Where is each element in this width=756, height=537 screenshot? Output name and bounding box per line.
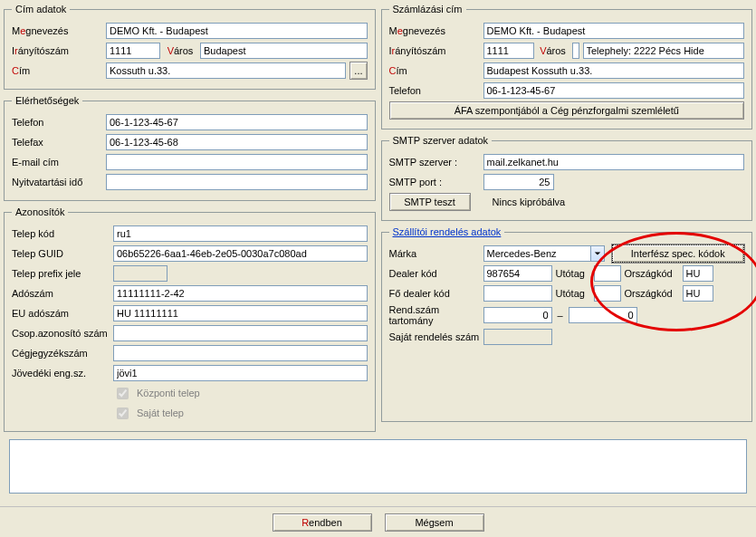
afa-button[interactable]: ÁFA szempontjából a Cég pénzforgalmi sze… <box>389 101 745 120</box>
dialog-footer: Rendben Mégsem <box>0 506 756 537</box>
orszagkod2-label: Országkód <box>625 288 679 299</box>
smtp-server-label: SMTP szerver : <box>389 157 480 168</box>
elerhetosegek-legend: Elérhetőségek <box>12 95 82 106</box>
kozponti-checkbox <box>117 388 129 399</box>
sz-cim-label: Cím <box>389 65 480 76</box>
notes-textarea[interactable] <box>9 439 747 494</box>
iranyitoszam-label: Irányítószám <box>12 45 102 56</box>
dealer-input[interactable] <box>483 265 552 282</box>
marka-select[interactable] <box>483 245 605 262</box>
varos-input[interactable] <box>200 43 368 59</box>
sz-telefon-input[interactable] <box>483 82 745 99</box>
smtp-legend: SMTP szerver adatok <box>389 135 493 146</box>
csop-input[interactable] <box>113 325 368 341</box>
dealer-label: Dealer kód <box>389 268 480 279</box>
telefon-input[interactable] <box>106 114 368 130</box>
smtp-group: SMTP szerver adatok SMTP szerver : SMTP … <box>381 135 753 221</box>
sajatrend-input[interactable] <box>483 329 552 345</box>
smtp-server-input[interactable] <box>483 154 745 170</box>
telefax-label: Telefax <box>12 137 102 148</box>
kozponti-checkbox-wrap: Központi telep <box>113 385 200 402</box>
jovedeki-input[interactable] <box>113 365 368 381</box>
app-window: Cím adatok Megnevezés Irányítószám Város… <box>0 0 756 537</box>
telepguid-label: Telep GUID <box>12 248 110 259</box>
smtp-port-input[interactable] <box>483 174 554 190</box>
szamlazasi-group: Számlázási cím Megnevezés Irányítószám V… <box>381 4 753 129</box>
cim-adatok-legend: Cím adatok <box>12 4 70 14</box>
cim-input[interactable] <box>106 62 346 79</box>
jovedeki-label: Jövedéki eng.sz. <box>12 368 110 379</box>
smtp-status-text: Nincs kipróbálva <box>493 197 566 207</box>
utotag1-label: Utótag <box>556 268 590 279</box>
iranyitoszam-input[interactable] <box>106 43 160 59</box>
marka-label: Márka <box>389 248 480 259</box>
marka-input[interactable] <box>483 245 590 262</box>
szamlazasi-legend: Számlázási cím <box>389 4 466 14</box>
sz-megnevezes-input[interactable] <box>483 23 745 39</box>
utotag2-input[interactable] <box>594 285 621 302</box>
rend-dash: – <box>556 310 565 321</box>
right-column: Számlázási cím Megnevezés Irányítószám V… <box>381 4 753 437</box>
azonositok-legend: Azonosítók <box>12 206 68 217</box>
sz-cim-input[interactable] <box>483 62 745 79</box>
cim-adatok-group: Cím adatok Megnevezés Irányítószám Város… <box>4 4 376 90</box>
telefax-input[interactable] <box>106 134 368 150</box>
orszagkod1-label: Országkód <box>625 268 679 279</box>
sajat-label: Saját telep <box>137 408 184 418</box>
csop-label: Csop.azonosító szám <box>12 328 110 339</box>
smtp-test-button[interactable]: SMTP teszt <box>389 193 471 211</box>
kozponti-label: Központi telep <box>137 388 200 398</box>
sajat-checkbox-wrap: Saját telep <box>113 405 184 422</box>
left-column: Cím adatok Megnevezés Irányítószám Város… <box>4 4 376 437</box>
sz-varos-input[interactable] <box>572 43 579 59</box>
cegjegyzek-label: Cégjegyzékszám <box>12 348 110 359</box>
smtp-port-label: SMTP port : <box>389 177 480 187</box>
sz-telephely-input[interactable] <box>583 43 745 59</box>
email-label: E-mail cím <box>12 157 102 168</box>
rend-from-input[interactable] <box>483 307 552 323</box>
sz-iranyitoszam-label: Irányítószám <box>389 45 480 56</box>
nyitva-input[interactable] <box>106 174 368 190</box>
szallitoi-legend[interactable]: Szállítói rendelés adatok <box>389 226 505 237</box>
elerhetosegek-group: Elérhetőségek Telefon Telefax E-mail cím… <box>4 95 376 201</box>
eu-label: EU adószám <box>12 308 110 319</box>
adoszam-label: Adószám <box>12 288 110 299</box>
sz-varos-label: Város <box>538 45 569 56</box>
sz-telefon-label: Telefon <box>389 85 480 96</box>
prefix-input[interactable] <box>113 265 167 282</box>
fodealer-input[interactable] <box>483 285 552 302</box>
azonositok-group: Azonosítók Telep kód Telep GUID Telep pr… <box>4 206 376 432</box>
sajatrend-label: Saját rendelés szám <box>389 331 480 342</box>
utotag1-input[interactable] <box>594 265 621 282</box>
utotag2-label: Utótag <box>556 288 590 299</box>
sz-iranyitoszam-input[interactable] <box>483 43 534 59</box>
cancel-button[interactable]: Mégsem <box>385 513 484 532</box>
cim-browse-button[interactable]: ... <box>349 62 367 80</box>
varos-label: Város <box>164 45 196 56</box>
email-input[interactable] <box>106 154 368 170</box>
sz-megnevezes-label: Megnevezés <box>389 25 480 36</box>
nyitva-label: Nyitvatartási idő <box>12 177 102 187</box>
telepguid-input[interactable] <box>113 245 368 262</box>
interfesz-spec-kodok-button[interactable]: Interfész spec. kódok <box>612 245 745 263</box>
telefon-label: Telefon <box>12 117 102 128</box>
sajat-checkbox <box>117 408 129 419</box>
orszagkod2-input[interactable] <box>683 285 713 302</box>
cim-label: Cím <box>12 65 102 76</box>
prefix-label: Telep prefix jele <box>12 268 110 279</box>
megnevezes-input[interactable] <box>106 23 368 39</box>
rend-to-input[interactable] <box>569 307 637 323</box>
rendszam-label: Rend.szám tartomány <box>389 304 480 326</box>
szallitoi-group: Szállítói rendelés adatok Márka Interfés… <box>381 226 753 422</box>
cegjegyzek-input[interactable] <box>113 345 368 361</box>
ok-button[interactable]: Rendben <box>273 513 372 532</box>
marka-dropdown-button[interactable] <box>590 245 605 262</box>
orszagkod1-input[interactable] <box>683 265 713 282</box>
megnevezes-label: Megnevezés <box>12 25 102 36</box>
fodealer-label: Fő dealer kód <box>389 288 480 299</box>
chevron-down-icon <box>594 250 601 257</box>
eu-input[interactable] <box>113 305 368 321</box>
telepkod-input[interactable] <box>113 225 368 242</box>
adoszam-input[interactable] <box>113 285 368 302</box>
telepkod-label: Telep kód <box>12 228 110 239</box>
